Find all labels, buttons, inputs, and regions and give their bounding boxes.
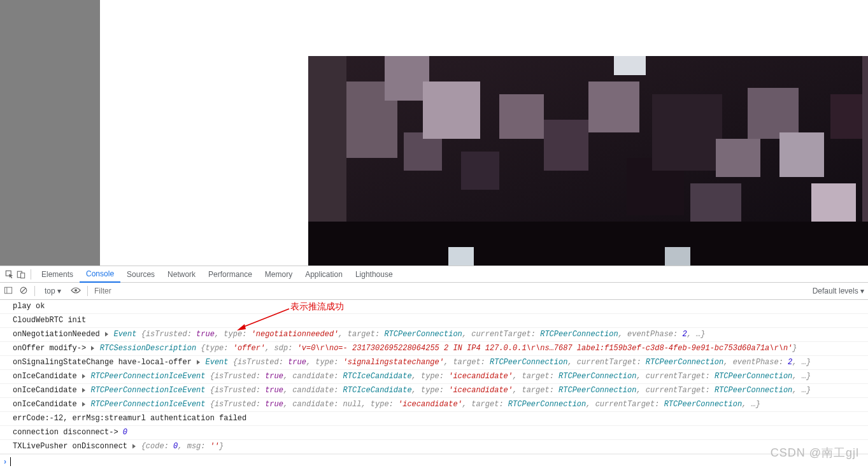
console-row[interactable]: CloudWebRTC init	[0, 314, 868, 328]
separator	[87, 286, 88, 296]
eye-icon[interactable]	[71, 287, 81, 296]
console-row[interactable]: onSignalingStateChange have-local-offer …	[0, 356, 868, 370]
console-row[interactable]: connection disconnect-> 0	[0, 426, 868, 440]
svg-rect-22	[614, 56, 646, 75]
console-row[interactable]: onOffer modify-> ▶ RTCSessionDescription…	[0, 342, 868, 356]
svg-rect-21	[665, 247, 690, 266]
filter-input[interactable]	[94, 287, 222, 295]
tab-application[interactable]: Application	[299, 266, 349, 283]
console-row[interactable]: onIceCandidate ▶ RTCPeerConnectionIceEve…	[0, 398, 868, 412]
svg-rect-15	[779, 132, 824, 177]
svg-rect-3	[385, 56, 429, 101]
console-prompt[interactable]: ›	[0, 454, 868, 468]
svg-rect-14	[748, 88, 799, 139]
console-row[interactable]: onNegotiationNeeded ▶ Event {isTrusted: …	[0, 328, 868, 342]
svg-rect-5	[423, 82, 480, 139]
annotation-text: 表示推流成功	[290, 300, 344, 313]
video-panel	[100, 0, 868, 266]
console-output[interactable]: 表示推流成功 play okCloudWebRTC initonNegotiat…	[0, 300, 868, 454]
input-cursor	[10, 457, 11, 466]
device-toggle-icon[interactable]	[15, 266, 27, 283]
tab-memory[interactable]: Memory	[259, 266, 299, 283]
console-toolbar: top ▾ Default levels ▾	[0, 283, 868, 300]
svg-rect-20	[448, 247, 474, 266]
svg-marker-32	[237, 324, 246, 330]
devtools: ElementsConsoleSourcesNetworkPerformance…	[0, 266, 868, 468]
console-row[interactable]: play ok	[0, 300, 868, 314]
watermark: CSDN @南工gjl	[771, 445, 859, 460]
svg-rect-9	[588, 82, 639, 132]
tab-sources[interactable]: Sources	[120, 266, 161, 283]
video-stream	[308, 56, 868, 266]
console-row[interactable]: onIceCandidate ▶ RTCPeerConnectionIceEve…	[0, 370, 868, 384]
svg-rect-19	[308, 222, 868, 266]
separator	[31, 269, 31, 280]
svg-rect-13	[716, 139, 760, 177]
devtools-tabs: ElementsConsoleSourcesNetworkPerformance…	[0, 266, 868, 283]
svg-rect-11	[652, 94, 722, 171]
separator	[34, 286, 35, 296]
tab-lighthouse[interactable]: Lighthouse	[349, 266, 399, 283]
svg-rect-8	[544, 120, 588, 171]
page-content-area	[0, 0, 868, 266]
console-row[interactable]: errCode:-12, errMsg:streamurl authentica…	[0, 412, 868, 426]
svg-rect-16	[811, 183, 856, 222]
context-selector[interactable]: top ▾	[41, 285, 64, 297]
log-levels-selector[interactable]: Default levels ▾	[813, 287, 864, 295]
tab-network[interactable]: Network	[161, 266, 202, 283]
annotation-arrow-icon	[237, 308, 294, 332]
console-row[interactable]: onIceCandidate ▶ RTCPeerConnectionIceEve…	[0, 384, 868, 398]
tab-elements[interactable]: Elements	[35, 266, 80, 283]
svg-point-30	[75, 289, 77, 292]
console-row[interactable]: TXLivePusher onDisconnect ▶ {code: 0, ms…	[0, 440, 868, 454]
svg-rect-6	[461, 152, 499, 190]
tab-console[interactable]: Console	[80, 266, 120, 283]
tab-performance[interactable]: Performance	[202, 266, 259, 283]
svg-rect-25	[21, 273, 25, 278]
svg-rect-26	[4, 287, 11, 294]
svg-rect-7	[499, 94, 544, 139]
sidebar-toggle-icon[interactable]	[4, 286, 13, 297]
chevron-right-icon: ›	[4, 457, 6, 466]
inspect-icon[interactable]	[4, 266, 15, 283]
clear-console-icon[interactable]	[19, 286, 28, 297]
svg-line-31	[241, 309, 289, 328]
svg-line-29	[22, 288, 26, 292]
